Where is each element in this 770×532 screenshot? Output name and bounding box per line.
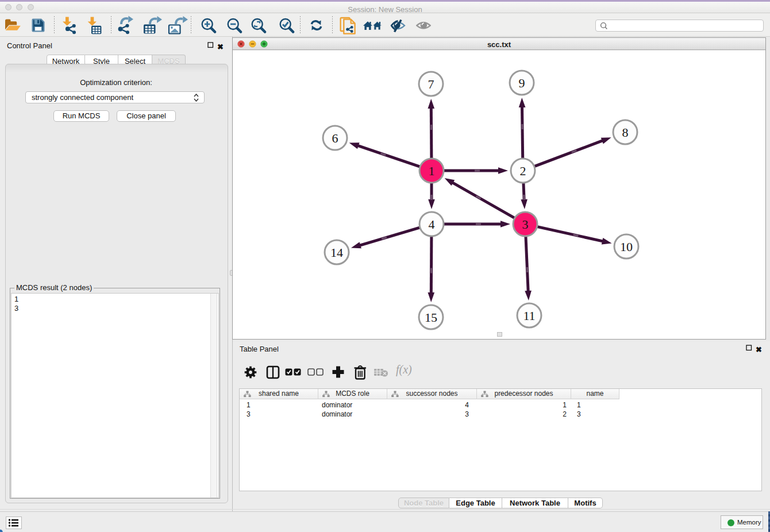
svg-text:15: 15 bbox=[425, 310, 437, 325]
svg-text:9: 9 bbox=[519, 76, 525, 90]
svg-text:8: 8 bbox=[622, 125, 629, 140]
svg-text:10: 10 bbox=[620, 240, 633, 254]
svg-text:1: 1 bbox=[429, 164, 435, 178]
svg-text:7: 7 bbox=[428, 77, 434, 91]
svg-text:6: 6 bbox=[332, 131, 338, 145]
svg-text:11: 11 bbox=[523, 309, 535, 323]
svg-text:2: 2 bbox=[520, 164, 526, 178]
svg-text:3: 3 bbox=[522, 217, 529, 232]
svg-text:4: 4 bbox=[429, 217, 435, 232]
svg-text:14: 14 bbox=[330, 245, 343, 260]
